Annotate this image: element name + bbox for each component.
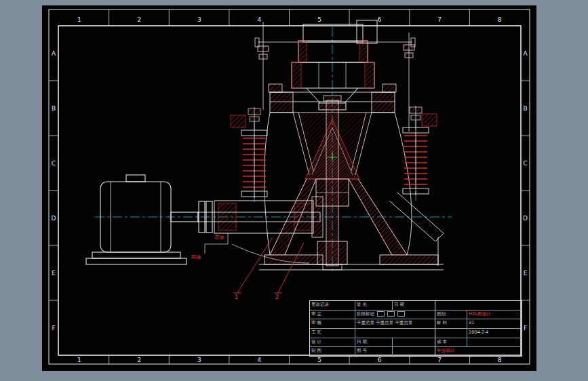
rim-cap-left [269,84,282,92]
rod-nut [404,45,414,50]
tb-row-design: 设 计 [310,338,355,347]
bearing-left [218,203,236,230]
zone-col-bottom-5: 5 [317,357,321,363]
bearing-right [294,203,312,230]
rim-ring-right [372,92,395,113]
spring-bracket-left [231,115,246,127]
zone-col-top-1: 1 [77,16,81,23]
pinion-housing [312,197,323,237]
title-block-row: 设 计 日 期 [310,338,435,348]
oil-return-label: 回油 [191,254,201,260]
tb-stage-mark-label: 阶段标记 [357,311,374,317]
zone-col-top-6: 6 [378,16,382,23]
zone-col-top-8: 8 [498,16,502,23]
base-flange-right [380,255,438,264]
tb-empty-cell [435,329,467,338]
tb-empty-cell [355,329,435,338]
zone-col-bottom-3: 3 [197,357,201,363]
zone-row-left-C: C [52,160,56,167]
zone-row-right-D: D [523,215,528,222]
zone-row-right-B: B [523,105,527,112]
title-block-row: 成 本 [435,338,522,348]
tb-date-label: 日 期 [355,338,393,347]
tb-empty-cell [393,347,435,356]
stage-mark-box [377,311,385,317]
tb-code-label: 图别 [435,310,467,319]
zone-row-left-E: E [52,270,56,277]
zone-col-top-3: 3 [197,16,201,23]
tb-material-value: 31 [467,319,522,328]
zone-row-right-F: F [524,325,527,332]
zone-col-bottom-1: 1 [77,357,81,363]
title-block-row [435,301,522,310]
zone-row-left-F: F [52,325,55,332]
callout-2-label: 2 [275,294,279,300]
spring-nut [410,107,422,113]
title-block: 更改记录 签 名 日 期 审 定 阶段标记 审 核 干重总量 干重总量 干重总量… [309,300,522,357]
spring-bracket-right [422,114,437,126]
bottom-bearing-housing [317,241,347,264]
zone-col-bottom-8: 8 [498,357,502,363]
tb-row-process: 工 艺 [310,329,355,338]
spring-nut [411,115,420,120]
title-block-row: 2004-2-4 [435,329,522,338]
zone-row-right-C: C [523,160,527,167]
tb-row-check: 审 核 [310,319,355,328]
tb-empty-cell [393,338,435,347]
zone-row-right-E: E [524,270,528,277]
title-block-row: 图别 HZL图设计 [435,310,522,320]
zone-row-left-A: A [52,50,56,57]
hopper-wall [298,41,307,62]
zone-col-bottom-4: 4 [258,357,262,363]
shaft-top-nut [324,96,341,101]
oil-in-label: 进油 [214,235,224,240]
tb-date-col: 日 期 [393,301,435,310]
feed-box-wall [292,62,301,88]
tb-date-value: 2004-2-4 [467,329,522,338]
zone-col-top-2: 2 [137,16,141,23]
callout-1-label: 1 [235,294,238,300]
title-block-row: 工 艺 [310,329,435,338]
title-block-row: 审 核 干重总量 干重总量 干重总量 [310,319,435,329]
spring-nut [248,108,260,115]
tb-empty-cell [467,338,522,347]
tb-empty-cell [435,301,522,310]
title-block-right: 图别 HZL图设计 材 料 31 2004-2-4 成 本 毕业设计 [435,301,522,356]
stage-mark-box [397,311,405,317]
title-block-row: 审 定 阶段标记 [310,310,435,320]
tb-company: 毕业设计 [435,347,522,356]
zone-col-top-7: 7 [437,16,442,23]
zone-col-top-5: 5 [317,16,321,23]
tb-cost-label: 成 本 [435,338,467,347]
title-block-row: 毕业设计 [435,347,522,356]
tb-weight-text: 干重总量 干重总量 干重总量 [355,319,435,328]
zone-row-right-A: A [523,50,528,57]
rod-nut [258,46,269,52]
title-block-row: 材 料 31 [435,319,522,329]
feed-box-wall [365,62,374,88]
zone-row-left-B: B [52,105,56,112]
zone-col-bottom-6: 6 [378,357,382,363]
rod-nut [405,53,413,58]
tb-sheet-label: 图 号 [355,347,393,356]
rod-nut [259,54,267,59]
title-block-row: 更改记录 签 名 日 期 [310,301,435,310]
title-block-left: 更改记录 签 名 日 期 审 定 阶段标记 审 核 干重总量 干重总量 干重总量… [310,301,435,356]
tb-drawing-code: HZL图设计 [467,310,522,319]
tb-row-approve: 审 定 [310,310,355,319]
zone-col-top-4: 4 [258,16,262,23]
hopper-wall [359,41,368,62]
title-block-row: 制 图 图 号 [310,347,435,356]
zone-col-bottom-2: 2 [137,357,141,363]
cad-viewport: 1122334455667788AABBCCDDEEFF [0,0,588,381]
tb-row-draw: 制 图 [310,347,355,356]
spring-nut [250,117,259,121]
rim-ring-left [270,92,293,113]
zone-col-bottom-7: 7 [437,357,442,363]
stage-mark-box [387,311,395,317]
tb-sign-col: 签 名 [355,301,393,310]
tb-change-record: 更改记录 [310,301,355,310]
tb-stage-mark-cell: 阶段标记 [355,310,435,319]
tb-material-label: 材 料 [435,319,467,328]
zone-row-left-D: D [52,215,56,222]
